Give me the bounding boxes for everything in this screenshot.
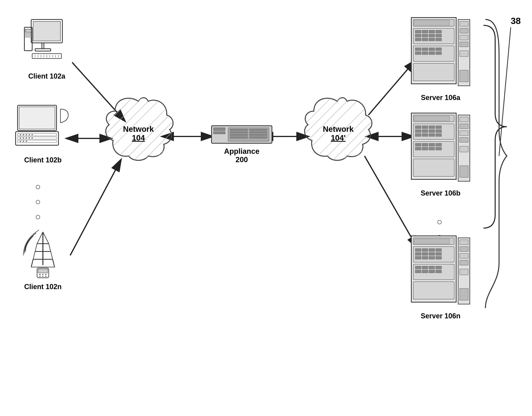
svg-point-37 bbox=[20, 141, 21, 142]
svg-rect-117 bbox=[436, 38, 442, 41]
svg-rect-177 bbox=[422, 252, 428, 255]
svg-rect-122 bbox=[436, 48, 442, 51]
svg-line-100 bbox=[357, 150, 372, 166]
svg-rect-190 bbox=[422, 270, 428, 273]
svg-rect-133 bbox=[460, 51, 468, 57]
svg-line-99 bbox=[347, 140, 372, 166]
svg-rect-196 bbox=[460, 246, 468, 251]
svg-rect-119 bbox=[415, 48, 421, 51]
svg-rect-166 bbox=[460, 146, 468, 152]
svg-rect-179 bbox=[436, 252, 442, 255]
svg-line-201 bbox=[499, 27, 511, 156]
svg-rect-115 bbox=[422, 38, 428, 41]
bracket-38-label: 38 bbox=[511, 16, 521, 26]
svg-line-73 bbox=[148, 140, 173, 166]
svg-rect-192 bbox=[436, 270, 442, 273]
svg-rect-150 bbox=[436, 133, 442, 136]
client-a bbox=[19, 16, 74, 70]
diagram: Client 102a bbox=[0, 0, 532, 416]
svg-rect-131 bbox=[460, 35, 468, 40]
appliance-label: Appliance 200 bbox=[210, 147, 273, 164]
svg-point-36 bbox=[32, 137, 33, 139]
svg-rect-10 bbox=[25, 36, 31, 37]
client-b bbox=[12, 103, 74, 154]
svg-rect-140 bbox=[422, 126, 428, 129]
network-104-label: Network 104 bbox=[121, 125, 156, 142]
svg-rect-170 bbox=[414, 239, 449, 244]
svg-rect-186 bbox=[422, 266, 428, 269]
svg-rect-8 bbox=[25, 29, 31, 32]
svg-line-101 bbox=[367, 160, 372, 166]
svg-rect-181 bbox=[422, 256, 428, 259]
svg-rect-175 bbox=[436, 248, 442, 251]
svg-rect-172 bbox=[415, 248, 421, 251]
svg-line-74 bbox=[158, 150, 173, 166]
svg-rect-198 bbox=[460, 260, 468, 265]
svg-rect-164 bbox=[460, 131, 468, 135]
svg-rect-116 bbox=[429, 38, 435, 41]
svg-line-49 bbox=[33, 251, 35, 259]
svg-rect-86 bbox=[249, 134, 267, 136]
svg-line-45 bbox=[37, 232, 43, 244]
svg-rect-84 bbox=[249, 129, 267, 131]
client-a-label: Client 102a bbox=[19, 72, 74, 80]
svg-point-31 bbox=[32, 134, 33, 135]
svg-rect-178 bbox=[429, 252, 435, 255]
svg-rect-4 bbox=[33, 21, 60, 41]
svg-rect-125 bbox=[429, 52, 435, 55]
svg-rect-183 bbox=[436, 256, 442, 259]
svg-rect-80 bbox=[230, 129, 247, 131]
svg-point-59 bbox=[39, 276, 40, 277]
svg-rect-156 bbox=[415, 147, 421, 150]
svg-rect-148 bbox=[422, 133, 428, 136]
svg-rect-120 bbox=[422, 48, 428, 51]
svg-rect-111 bbox=[422, 34, 428, 37]
svg-rect-182 bbox=[429, 256, 435, 259]
svg-line-64 bbox=[99, 92, 129, 121]
svg-rect-191 bbox=[429, 270, 435, 273]
svg-rect-124 bbox=[422, 52, 428, 55]
svg-rect-134 bbox=[460, 70, 468, 82]
svg-rect-113 bbox=[436, 34, 442, 37]
svg-rect-200 bbox=[460, 289, 468, 300]
svg-rect-159 bbox=[436, 147, 442, 150]
server-a-label: Server 106a bbox=[409, 94, 472, 102]
svg-rect-189 bbox=[415, 270, 421, 273]
svg-rect-22 bbox=[19, 107, 55, 129]
svg-rect-145 bbox=[429, 130, 435, 132]
svg-rect-55 bbox=[38, 269, 48, 273]
client-b-label: Client 102b bbox=[16, 156, 70, 164]
svg-rect-147 bbox=[415, 133, 421, 136]
server-n-label: Server 106n bbox=[409, 312, 472, 320]
svg-point-32 bbox=[20, 137, 21, 139]
server-106a bbox=[409, 16, 472, 90]
svg-point-29 bbox=[26, 134, 27, 135]
svg-rect-126 bbox=[436, 52, 442, 55]
svg-rect-139 bbox=[415, 126, 421, 129]
svg-line-63 bbox=[99, 92, 119, 111]
appliance-200 bbox=[210, 125, 273, 144]
svg-rect-152 bbox=[415, 143, 421, 146]
svg-point-28 bbox=[23, 134, 24, 135]
svg-rect-81 bbox=[230, 132, 247, 133]
svg-line-51 bbox=[31, 259, 33, 267]
svg-rect-85 bbox=[249, 132, 267, 133]
svg-point-60 bbox=[42, 276, 43, 277]
svg-rect-87 bbox=[249, 137, 267, 138]
svg-point-38 bbox=[23, 141, 24, 142]
svg-rect-193 bbox=[413, 282, 454, 299]
svg-rect-5 bbox=[42, 43, 44, 49]
svg-rect-174 bbox=[429, 248, 435, 251]
svg-rect-195 bbox=[460, 240, 468, 245]
svg-rect-144 bbox=[422, 130, 428, 132]
svg-line-88 bbox=[298, 92, 308, 101]
svg-point-34 bbox=[26, 137, 27, 139]
svg-rect-127 bbox=[413, 63, 454, 81]
svg-rect-82 bbox=[230, 134, 247, 136]
svg-rect-173 bbox=[422, 248, 428, 251]
svg-rect-185 bbox=[415, 266, 421, 269]
svg-rect-187 bbox=[429, 266, 435, 269]
svg-rect-78 bbox=[213, 132, 225, 134]
svg-rect-180 bbox=[415, 256, 421, 259]
svg-rect-154 bbox=[429, 143, 435, 146]
